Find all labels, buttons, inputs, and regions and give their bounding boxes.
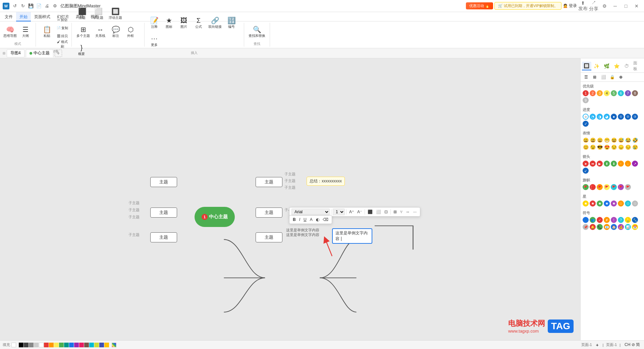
color-purple[interactable] xyxy=(74,343,79,347)
color-lime[interactable] xyxy=(94,343,99,347)
more-insert-button[interactable]: ⋯ 更多 xyxy=(147,33,161,50)
font-shrink-button[interactable]: A⁻ xyxy=(356,209,363,215)
sym-15[interactable]: 📊 xyxy=(625,224,631,230)
flag-2[interactable]: 🚩 xyxy=(590,184,596,190)
sym-7[interactable]: 💡 xyxy=(625,217,631,223)
connect-button[interactable]: ↔ xyxy=(405,209,411,215)
emoji-14[interactable]: 😞 xyxy=(618,144,624,150)
color-gray[interactable] xyxy=(29,343,34,347)
node-left-1[interactable]: 主题 xyxy=(150,177,177,187)
image-button[interactable]: 🖼 图片 xyxy=(177,14,191,32)
flag-5[interactable]: 🚩 xyxy=(611,184,617,190)
panel-toggle[interactable]: 面板 xyxy=(632,60,643,72)
font-select[interactable]: Arial Microsoft YaHei xyxy=(291,209,330,215)
arrow-2[interactable]: ➡ xyxy=(590,161,596,167)
sym-11[interactable]: 📞 xyxy=(597,224,603,230)
note-box[interactable]: 这里是举例文字内容 xyxy=(332,228,372,244)
flag-3[interactable]: 🚩 xyxy=(597,184,603,190)
emoji-3[interactable]: 😄 xyxy=(597,137,603,143)
emoji-4[interactable]: 😁 xyxy=(604,137,610,143)
settings-button[interactable]: ⚙ xyxy=(600,2,609,10)
login-button[interactable]: 🙍 登录 xyxy=(563,3,577,9)
sym-12[interactable]: 📧 xyxy=(604,224,610,230)
star-1[interactable]: ★ xyxy=(583,200,589,207)
rp-tab-theme[interactable]: 🌿 xyxy=(602,62,611,70)
relation-button[interactable]: ↔ 关系线 xyxy=(93,23,108,41)
color-indigo[interactable] xyxy=(99,343,104,347)
arrow-3[interactable]: ▶ xyxy=(597,161,603,167)
node-right-3[interactable]: 主题 xyxy=(256,232,282,242)
color-lightgray[interactable] xyxy=(34,343,39,347)
font-color-button[interactable]: A xyxy=(309,217,314,223)
sym-14[interactable]: 💰 xyxy=(618,224,624,230)
emoji-1[interactable]: 😀 xyxy=(583,137,589,143)
color-teal[interactable] xyxy=(64,343,69,347)
tab-back-icon[interactable] xyxy=(3,52,5,55)
mindmap-button[interactable]: 🧠 思维导图 xyxy=(3,23,17,41)
sym-3[interactable]: ✓ xyxy=(597,217,603,223)
star-8[interactable]: ☆ xyxy=(632,200,638,207)
menu-start[interactable]: 开始 xyxy=(16,12,31,21)
emoji-16[interactable]: 😢 xyxy=(632,144,638,150)
share-button[interactable]: ↗ 分享 xyxy=(589,2,598,10)
color-red[interactable] xyxy=(44,343,49,347)
annotation-button[interactable]: 📝 注释 xyxy=(147,14,161,32)
priority-8[interactable]: 8 xyxy=(632,90,638,96)
star-3[interactable]: ★ xyxy=(597,200,603,207)
emoji-12[interactable]: 😍 xyxy=(604,144,610,150)
arrow-6[interactable]: ↑ xyxy=(618,161,624,167)
close-button[interactable]: ✕ xyxy=(632,2,641,10)
color-brown[interactable] xyxy=(84,343,89,347)
emoji-9[interactable]: 😊 xyxy=(583,144,589,150)
copy-button[interactable]: 📄 复制 xyxy=(56,24,69,32)
flag-6[interactable]: 🚩 xyxy=(618,184,624,190)
tab-guide4[interactable]: 导图4 xyxy=(7,49,24,57)
sym-1[interactable]: 👤 xyxy=(583,217,589,223)
menu-file[interactable]: 文件 xyxy=(1,12,16,21)
rp-sub-list[interactable]: ☰ xyxy=(582,73,590,81)
icon-button[interactable]: ★ 图标 xyxy=(162,14,176,32)
formula-button[interactable]: Σ 公式 xyxy=(192,14,206,32)
font-size-select[interactable]: 10 12 14 xyxy=(333,209,345,215)
new-button[interactable]: 📄 xyxy=(36,3,42,9)
border-btn[interactable]: ⊡ xyxy=(383,209,389,215)
progress-0[interactable]: ○ xyxy=(583,114,589,120)
arrow-4[interactable]: ⬆ xyxy=(604,161,610,167)
emoji-8[interactable]: 🤣 xyxy=(632,137,638,143)
outline-button[interactable]: ☰ 大纲 xyxy=(18,23,33,41)
arrange-button[interactable]: ☰ 排贝 xyxy=(56,32,69,40)
emoji-7[interactable]: 😂 xyxy=(625,137,631,143)
rp-sub-grid[interactable]: ⊞ xyxy=(591,73,599,81)
color-orange[interactable] xyxy=(49,343,54,347)
color-pink[interactable] xyxy=(79,343,84,347)
canvas[interactable]: 主题 主题 主题 1 中心主题 主题 主题 主题 子主题 子主题 子主题 子主题… xyxy=(0,58,580,340)
star-5[interactable]: ★ xyxy=(611,200,617,207)
priority-1[interactable]: 1 xyxy=(583,90,589,96)
flag-1[interactable]: 🚩 xyxy=(583,184,589,190)
save-button[interactable]: 💾 xyxy=(28,3,34,9)
progress-check[interactable]: ✓ xyxy=(583,121,589,127)
rp-tab-properties[interactable]: 🔲 xyxy=(582,62,591,70)
color-yellow[interactable] xyxy=(54,343,59,347)
italic-button[interactable]: I xyxy=(298,217,302,223)
hyperlink-button[interactable]: 🔗 双向链接 xyxy=(206,14,224,32)
progress-6[interactable]: ② xyxy=(625,114,631,120)
color-blue[interactable] xyxy=(69,343,74,347)
zoom-status[interactable]: CH ⊘ 简 xyxy=(623,341,641,348)
multi-topic-button[interactable]: ⊞ 多个主题 xyxy=(74,23,92,41)
minimize-button[interactable]: ─ xyxy=(610,2,620,10)
progress-7[interactable]: ③ xyxy=(632,114,638,120)
node-right-1[interactable]: 主题 xyxy=(256,177,282,187)
sym-8[interactable]: 🔧 xyxy=(632,217,638,223)
arrow-5[interactable]: ⬇ xyxy=(611,161,617,167)
sym-9[interactable]: 📌 xyxy=(583,224,589,230)
sym-4[interactable]: ✗ xyxy=(604,217,610,223)
more-title-button[interactable]: ⚙ xyxy=(52,3,58,9)
priority-6[interactable]: 6 xyxy=(618,90,624,96)
rp-sub-add[interactable]: ⊕ xyxy=(617,73,625,81)
node-left-2[interactable]: 主题 xyxy=(150,208,177,218)
priority-5[interactable]: 5 xyxy=(611,90,617,96)
rp-tab-ai[interactable]: ✨ xyxy=(592,62,601,70)
progress-2[interactable]: ◑ xyxy=(597,114,603,120)
sym-2[interactable]: 👥 xyxy=(590,217,596,223)
